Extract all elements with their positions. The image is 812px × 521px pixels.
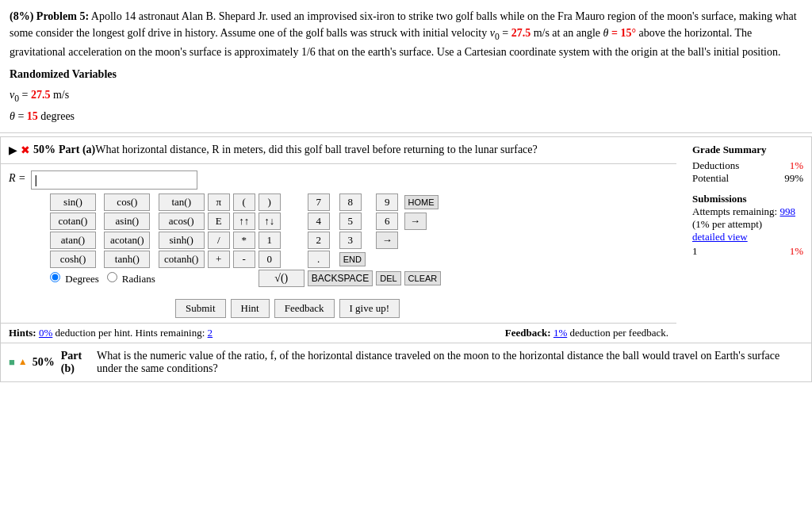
submit-button[interactable]: Submit bbox=[175, 299, 226, 318]
btn-up-up[interactable]: ↑↑ bbox=[233, 213, 255, 230]
btn-asin[interactable]: asin() bbox=[104, 213, 150, 230]
detailed-view-row: detailed view bbox=[692, 231, 803, 243]
main-container: (8%) Problem 5: Apollo 14 astronaut Alan… bbox=[0, 0, 812, 382]
theta-label-inline: θ bbox=[603, 27, 609, 39]
btn-arrow-right2[interactable]: → bbox=[376, 232, 398, 249]
btn-cos[interactable]: cos() bbox=[104, 193, 150, 211]
feedback-pct[interactable]: 1% bbox=[553, 327, 567, 339]
btn-tanh[interactable]: tanh() bbox=[104, 251, 150, 268]
btn-cotan[interactable]: cotan() bbox=[50, 213, 96, 230]
part-a-label: Part (a) bbox=[59, 144, 95, 156]
hints-feedback-row: Hints: 0% deduction per hint. Hints rema… bbox=[1, 323, 676, 343]
var1-eq: = bbox=[22, 89, 31, 101]
radio-radians[interactable] bbox=[107, 272, 117, 282]
btn-plus[interactable]: + bbox=[208, 251, 230, 268]
btn-decimal[interactable]: . bbox=[308, 251, 330, 268]
btn-0[interactable]: 0 bbox=[259, 251, 281, 268]
btn-6[interactable]: 6 bbox=[376, 213, 398, 230]
randomized-vars: Randomized Variables v0 = 27.5 m/s θ = 1… bbox=[10, 68, 802, 125]
deductions-value: 1% bbox=[790, 159, 803, 172]
btn-up-down[interactable]: ↑↓ bbox=[259, 213, 281, 230]
part-b-question: What is the numeric value of the ratio, … bbox=[97, 350, 803, 375]
btn-e[interactable]: E bbox=[208, 213, 230, 230]
score-pct: 1% bbox=[790, 245, 803, 258]
var2-unit: degrees bbox=[40, 110, 75, 122]
score-num: 1 bbox=[692, 245, 698, 258]
hint-button[interactable]: Hint bbox=[231, 299, 270, 318]
potential-label: Potential bbox=[692, 172, 729, 185]
feedback-mid: deduction per feedback. bbox=[569, 327, 668, 339]
answer-row: R = bbox=[1, 164, 676, 190]
btn-acotan[interactable]: acotan() bbox=[104, 232, 150, 249]
btn-backspace[interactable]: BACKSPACE bbox=[308, 270, 373, 286]
btn-9[interactable]: 9 bbox=[376, 193, 398, 211]
btn-multiply[interactable]: * bbox=[233, 232, 255, 249]
var1-unit: m/s bbox=[53, 89, 69, 101]
deductions-row: Deductions 1% bbox=[692, 159, 803, 172]
theta-value-inline: = bbox=[611, 27, 620, 39]
btn-cotanh[interactable]: cotanh() bbox=[159, 251, 205, 268]
degrees-label: Degrees bbox=[65, 273, 99, 285]
btn-atan[interactable]: atan() bbox=[50, 232, 96, 249]
problem-section: (8%) Problem 5: Apollo 14 astronaut Alan… bbox=[0, 0, 812, 133]
calculator-area: sin() cos() tan() π ( ) 7 8 9 HOME bbox=[1, 190, 676, 294]
hints-remaining[interactable]: 2 bbox=[208, 327, 213, 339]
action-buttons-row: Submit Hint Feedback I give up! bbox=[1, 294, 676, 323]
feedback-label: Feedback: bbox=[505, 327, 553, 339]
var1-line: v0 = 27.5 m/s bbox=[10, 86, 802, 107]
detailed-view-link[interactable]: detailed view bbox=[692, 231, 748, 243]
var1-sub: 0 bbox=[14, 94, 19, 104]
btn-5[interactable]: 5 bbox=[339, 213, 362, 230]
btn-clear[interactable]: CLEAR bbox=[404, 271, 442, 285]
radio-degrees[interactable] bbox=[50, 272, 60, 282]
btn-cosh[interactable]: cosh() bbox=[50, 251, 96, 268]
hints-section: Hints: 0% deduction per hint. Hints rema… bbox=[9, 327, 213, 339]
btn-arrow-right[interactable]: → bbox=[404, 213, 427, 230]
part-b-percent: 50% bbox=[33, 356, 55, 369]
btn-minus[interactable]: - bbox=[233, 251, 255, 268]
btn-open-paren[interactable]: ( bbox=[233, 193, 255, 211]
radians-label: Radians bbox=[122, 273, 155, 285]
hints-pct[interactable]: 0% bbox=[39, 327, 52, 339]
btn-sqrt[interactable]: √() bbox=[259, 270, 304, 287]
grade-summary-box: Grade Summary Deductions 1% Potential 99… bbox=[684, 137, 811, 264]
btn-4[interactable]: 4 bbox=[308, 213, 330, 230]
give-up-button[interactable]: I give up! bbox=[339, 299, 400, 318]
btn-sinh[interactable]: sinh() bbox=[159, 232, 205, 249]
calc-table: sin() cos() tan() π ( ) 7 8 9 HOME bbox=[48, 193, 442, 288]
btn-7[interactable]: 7 bbox=[308, 193, 330, 211]
btn-acos[interactable]: acos() bbox=[159, 213, 205, 230]
btn-2[interactable]: 2 bbox=[308, 232, 330, 249]
part-a-icon: ✖ bbox=[21, 144, 30, 157]
attempts-value[interactable]: 998 bbox=[779, 205, 795, 217]
attempts-label: Attempts remaining: bbox=[692, 205, 779, 217]
btn-del[interactable]: DEL bbox=[376, 271, 400, 285]
btn-home[interactable]: HOME bbox=[404, 195, 439, 209]
potential-value: 99% bbox=[784, 172, 803, 185]
part-a-header: ▶ ✖ 50% Part (a) What horizontal distanc… bbox=[1, 137, 676, 164]
part-b-section: ■ ▲ 50% Part (b) What is the numeric val… bbox=[0, 343, 812, 382]
answer-input[interactable] bbox=[31, 170, 197, 190]
submissions-title: Submissions bbox=[692, 193, 803, 205]
btn-1[interactable]: 1 bbox=[259, 232, 281, 249]
part-b-square-icon: ■ bbox=[9, 356, 15, 369]
btn-8[interactable]: 8 bbox=[339, 193, 362, 211]
btn-tan[interactable]: tan() bbox=[159, 193, 205, 211]
btn-pi[interactable]: π bbox=[208, 193, 230, 211]
per-attempt: (1% per attempt) bbox=[692, 218, 762, 230]
problem-number: (8%) Problem 5: bbox=[10, 10, 89, 22]
calc-row-1: sin() cos() tan() π ( ) 7 8 9 HOME bbox=[48, 193, 442, 212]
feedback-section: Feedback: 1% deduction per feedback. bbox=[505, 327, 668, 339]
v0-unit-inline: m/s at an angle bbox=[534, 27, 603, 39]
part-b-triangle-icon: ▲ bbox=[18, 356, 28, 368]
calc-row-2: cotan() asin() acos() E ↑↑ ↑↓ 4 5 6 → bbox=[48, 212, 442, 231]
btn-close-paren[interactable]: ) bbox=[259, 193, 281, 211]
part-b-label: Part (b) bbox=[61, 350, 94, 375]
problem-header: (8%) Problem 5: Apollo 14 astronaut Alan… bbox=[10, 8, 802, 60]
feedback-button[interactable]: Feedback bbox=[274, 299, 335, 318]
btn-sin[interactable]: sin() bbox=[50, 193, 96, 211]
hints-mid: deduction per hint. Hints remaining: bbox=[56, 327, 208, 339]
btn-end[interactable]: END bbox=[339, 252, 366, 266]
btn-divide[interactable]: / bbox=[208, 232, 230, 249]
btn-3[interactable]: 3 bbox=[339, 232, 362, 249]
